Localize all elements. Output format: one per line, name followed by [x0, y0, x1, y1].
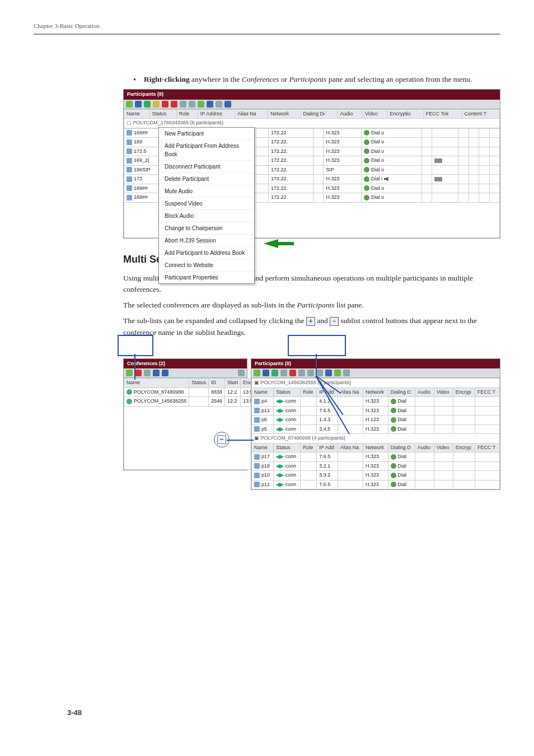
col-dialing[interactable]: Dialing Di: [301, 109, 338, 119]
col[interactable]: Status: [274, 443, 301, 452]
table-row[interactable]: p11◀▶ conn7.6.5H.323Dial: [252, 480, 500, 489]
toolbar-icon[interactable]: [224, 101, 231, 108]
participants-table: ▣ POLYCOM_1456382555 (4 participants)Nam…: [251, 378, 500, 489]
context-menu-item[interactable]: New Participant: [159, 128, 254, 140]
toolbar-icon[interactable]: [289, 370, 296, 376]
col-network[interactable]: Network: [268, 109, 301, 119]
col[interactable]: Status: [189, 379, 209, 388]
dial-icon: [364, 158, 369, 164]
context-menu-item[interactable]: Add Participant From Address Book: [159, 140, 254, 161]
table-row[interactable]: p4◀▶ conn4.1.2H.323Dial: [252, 397, 500, 407]
col[interactable]: ID: [208, 379, 224, 388]
table-row[interactable]: p5◀▶ conn3.4.5H.323Dial: [252, 424, 500, 434]
col-ip[interactable]: IP Addres: [198, 109, 235, 119]
col[interactable]: Encryp: [453, 388, 475, 397]
col-encrypt[interactable]: Encryptio: [387, 109, 424, 119]
col[interactable]: Video: [434, 388, 453, 397]
toolbar-icon[interactable]: [216, 101, 222, 108]
col[interactable]: IP Add: [317, 388, 338, 397]
col[interactable]: Dialing D: [388, 388, 415, 397]
conferences-table: Name Status ID Start End T POLYCOM_87480…: [124, 378, 259, 470]
toolbar-icon[interactable]: [238, 370, 245, 376]
toolbar-icon[interactable]: [153, 370, 160, 376]
context-menu-item[interactable]: Delete Participant: [159, 173, 254, 185]
toolbar-icon[interactable]: [171, 101, 177, 108]
context-menu-item[interactable]: Abort H.239 Session: [159, 235, 254, 247]
toolbar-icon[interactable]: [162, 101, 168, 108]
toolbar-icon[interactable]: [343, 370, 350, 376]
col-video[interactable]: Video: [362, 109, 387, 119]
table-row[interactable]: POLYCOM_87480988 8838 12:2 13:5: [124, 388, 259, 397]
context-menu-item[interactable]: Change to Chairperson: [159, 222, 254, 235]
col[interactable]: Alias Na: [338, 388, 363, 397]
col[interactable]: Name: [252, 443, 274, 452]
col[interactable]: Dialing D: [388, 443, 415, 452]
col-name[interactable]: Name: [124, 109, 150, 119]
connected-icon: ◀▶: [276, 398, 284, 404]
col-audio[interactable]: Audio: [338, 109, 362, 119]
col-role[interactable]: Role: [176, 109, 198, 119]
toolbar-icon[interactable]: [307, 370, 314, 376]
toolbar-icon[interactable]: [144, 101, 151, 108]
toolbar-icon[interactable]: [135, 370, 142, 376]
col[interactable]: FECC T: [475, 388, 500, 397]
context-menu-item[interactable]: Connect to Website: [159, 259, 254, 272]
group-row[interactable]: ▣ POLYCOM_87480988 (4 participants): [252, 434, 500, 444]
toolbar-icon[interactable]: [135, 101, 142, 108]
toolbar-icon[interactable]: [153, 101, 160, 108]
col[interactable]: Alias Na: [338, 443, 363, 452]
context-menu-item[interactable]: Add Participant to Address Book: [159, 247, 254, 259]
toolbar-icon[interactable]: [198, 101, 204, 108]
toolbar-icon[interactable]: [126, 370, 133, 376]
col-content[interactable]: Content T: [462, 109, 499, 119]
paragraph: The selected conferences are displayed a…: [123, 300, 500, 311]
toolbar-icon[interactable]: [162, 370, 168, 376]
col-fecc[interactable]: FECC Tok: [423, 109, 462, 119]
expand-icon: +: [306, 317, 315, 326]
col[interactable]: Video: [434, 443, 453, 452]
toolbar-icon[interactable]: [180, 101, 186, 108]
col-alias[interactable]: Alias Na: [235, 109, 268, 119]
col-status[interactable]: Status: [149, 109, 176, 119]
col[interactable]: Name: [124, 379, 189, 388]
col[interactable]: Network: [363, 388, 388, 397]
context-menu[interactable]: New ParticipantAdd Participant From Addr…: [158, 127, 255, 284]
context-menu-item[interactable]: Mute Audio: [159, 185, 254, 198]
col[interactable]: Role: [301, 443, 317, 452]
table-row[interactable]: p10◀▶ conn3.3.2H.323Dial: [252, 471, 500, 480]
context-menu-item[interactable]: Block Audio: [159, 210, 254, 222]
col[interactable]: Status: [274, 388, 301, 397]
toolbar-icon[interactable]: [325, 370, 332, 376]
col[interactable]: Name: [252, 388, 274, 397]
toolbar-icon[interactable]: [280, 370, 287, 376]
dial-icon: [391, 399, 396, 404]
toolbar-icon[interactable]: [298, 370, 305, 376]
group-row[interactable]: ▣ POLYCOM_1456382555 (4 participants): [252, 379, 500, 388]
context-menu-item[interactable]: Suspend Video: [159, 198, 254, 210]
col[interactable]: Network: [363, 443, 388, 452]
context-menu-item[interactable]: Disconnect Participant: [159, 161, 254, 173]
bullet-text: or: [279, 75, 289, 83]
toolbar-icon[interactable]: [144, 370, 151, 376]
table-row[interactable]: POLYCOM_145638255 2546 12:2 13:5: [124, 397, 259, 407]
toolbar-icon[interactable]: [207, 101, 213, 108]
toolbar-icon[interactable]: [189, 101, 195, 108]
toolbar-icon[interactable]: [316, 370, 323, 376]
col[interactable]: Encryp: [453, 443, 475, 452]
context-menu-item[interactable]: Participant Properties: [159, 272, 254, 283]
table-row[interactable]: p11◀▶ conn7.6.5H.323Dial: [252, 406, 500, 416]
col[interactable]: Audio: [415, 443, 434, 452]
col[interactable]: Role: [301, 388, 317, 397]
toolbar-icon[interactable]: [263, 370, 269, 376]
toolbar-icon[interactable]: [254, 370, 260, 376]
table-row[interactable]: p18◀▶ conn3.2.1H.323Dial: [252, 461, 500, 471]
toolbar-icon[interactable]: [126, 101, 133, 108]
toolbar-icon[interactable]: [334, 370, 341, 376]
table-row[interactable]: p17◀▶ conn7.6.5H.323Dial: [252, 452, 500, 462]
col[interactable]: Start: [224, 379, 240, 388]
col[interactable]: IP Add: [317, 443, 338, 452]
table-row[interactable]: p6◀▶ conn1.4.3H.123Dial: [252, 416, 500, 425]
col[interactable]: FECC T: [475, 443, 500, 452]
col[interactable]: Audio: [415, 388, 434, 397]
toolbar-icon[interactable]: [271, 370, 278, 376]
